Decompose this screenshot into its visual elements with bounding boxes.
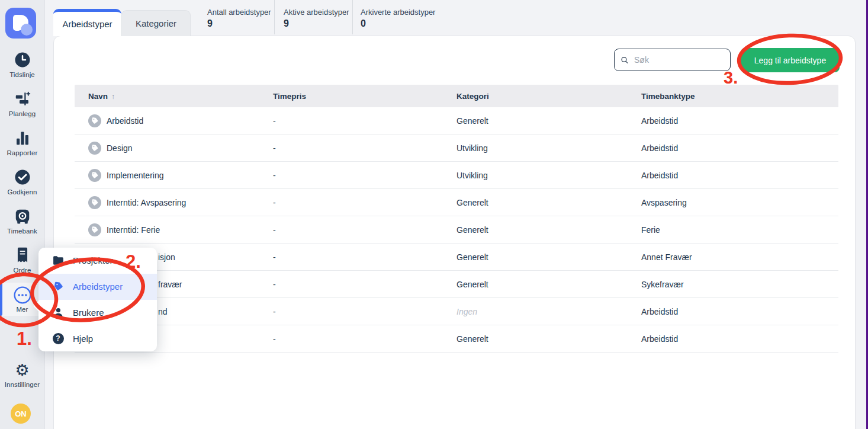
user-avatar[interactable]: ON xyxy=(11,404,31,424)
table-row-hidden[interactable]: - Generelt Arbeidstid xyxy=(75,325,838,353)
table-row-design[interactable]: Design - Utvikling Arbeidstid xyxy=(75,135,838,162)
sidebar-item-rapporter[interactable]: Rapporter xyxy=(0,129,44,156)
cell-kategori: Ingen xyxy=(456,307,641,316)
cell-kategori: Generelt xyxy=(456,334,641,344)
cell-timepris: - xyxy=(273,252,456,262)
app-logo[interactable] xyxy=(5,8,36,39)
check-circle-icon xyxy=(0,168,44,187)
sidebar-item-ordre[interactable]: Ordre xyxy=(0,246,44,274)
cell-kategori: Generelt xyxy=(456,225,641,235)
search-box[interactable] xyxy=(614,49,731,71)
gantt-icon xyxy=(0,90,44,109)
table-row-implementering[interactable]: Implementering - Utvikling Arbeidstid xyxy=(75,162,838,189)
worktype-tag-icon xyxy=(88,169,101,182)
column-header-navn[interactable]: Navn↑ xyxy=(88,92,273,101)
table-row-interntid-ferie[interactable]: Interntid: Ferie - Generelt Ferie xyxy=(75,216,838,244)
sidebar-item-label: Planlegg xyxy=(0,110,44,117)
worktype-name: nd xyxy=(158,307,168,316)
app-logo-icon xyxy=(5,8,36,39)
search-icon xyxy=(621,55,629,65)
cell-navn: Interntid: Avspasering xyxy=(88,196,273,209)
cell-timebanktype: Ferie xyxy=(641,225,838,235)
cell-timebanktype: Annet Fravær xyxy=(641,252,838,262)
cell-timebanktype: Arbeidstid xyxy=(641,143,838,153)
sidebar-item-godkjenn[interactable]: Godkjenn xyxy=(0,168,44,196)
cell-timepris: - xyxy=(273,198,456,207)
cell-timebanktype: Avspasering xyxy=(641,198,838,207)
stat-value: 9 xyxy=(284,18,352,29)
tag-icon xyxy=(52,280,65,293)
cell-timebanktype: Sykefravær xyxy=(641,280,838,289)
worktype-name: Interntid: Ferie xyxy=(107,225,160,235)
sidebar: Tidslinje Planlegg Rapporter Godkjenn Ti… xyxy=(0,0,45,429)
tab-kategorier[interactable]: Kategorier xyxy=(121,10,191,36)
cell-timebanktype: Arbeidstid xyxy=(641,307,838,316)
sidebar-item-planlegg[interactable]: Planlegg xyxy=(0,90,44,117)
cell-kategori: Generelt xyxy=(456,198,641,207)
cell-timebanktype: Arbeidstid xyxy=(641,116,838,126)
menu-item-label: Arbeidstyper xyxy=(73,281,123,292)
table-row-isjon[interactable]: isjon - Generelt Annet Fravær xyxy=(75,244,838,271)
sidebar-item-label: Timebank xyxy=(0,228,44,235)
menu-item-label: Brukere xyxy=(73,308,104,318)
stat-value: 9 xyxy=(207,18,274,29)
sidebar-item-label: Tidslinje xyxy=(0,71,44,78)
menu-item-label: Hjelp xyxy=(73,334,93,344)
sidebar-item-tidslinje[interactable]: Tidslinje xyxy=(0,51,44,78)
worktype-name: Arbeidstid xyxy=(107,116,143,126)
table-body: Arbeidstid - Generelt Arbeidstid Design … xyxy=(75,107,838,353)
menu-item-prosjekter[interactable]: Prosjekter xyxy=(38,248,157,274)
cell-navn: Arbeidstid xyxy=(88,114,273,127)
worktype-name: Implementering xyxy=(107,171,164,180)
stat-value: 0 xyxy=(361,18,453,29)
stat-label: Antall arbeidstyper xyxy=(207,8,274,17)
table-row-arbeidstid[interactable]: Arbeidstid - Generelt Arbeidstid xyxy=(75,107,838,135)
search-input[interactable] xyxy=(633,55,724,65)
menu-item-brukere[interactable]: Brukere xyxy=(38,300,157,326)
cell-timepris: - xyxy=(273,225,456,235)
receipt-icon xyxy=(0,246,44,265)
sidebar-item-label: Rapporter xyxy=(0,149,44,156)
worktype-name: Interntid: Avspasering xyxy=(107,198,186,207)
table-row-nd[interactable]: nd - Ingen Arbeidstid xyxy=(75,298,838,325)
stat-arkiverte-arbeidstyper: Arkiverte arbeidstyper 0 xyxy=(352,0,453,34)
sidebar-item-innstillinger[interactable]: ⚙ Innstillinger xyxy=(0,361,44,388)
cell-kategori: Generelt xyxy=(456,280,641,289)
worktype-tag-icon xyxy=(88,142,101,155)
cell-kategori: Generelt xyxy=(456,116,641,126)
worktype-name: isjon xyxy=(158,252,175,262)
help-icon: ? xyxy=(52,332,65,345)
table-row-frav-r[interactable]: fravær - Generelt Sykefravær xyxy=(75,271,838,298)
cell-timebanktype: Arbeidstid xyxy=(641,171,838,180)
cell-kategori: Generelt xyxy=(456,252,641,262)
worktype-name: fravær xyxy=(158,280,182,289)
table-header-row: Navn↑TimeprisKategoriTimebanktype xyxy=(75,85,838,107)
safe-icon xyxy=(0,207,44,226)
cell-timepris: - xyxy=(273,307,456,316)
popup-menu-list: Prosjekter Arbeidstyper Brukere? Hjelp xyxy=(38,248,157,351)
stat-aktive-arbeidstyper: Aktive arbeidstyper 9 xyxy=(274,0,352,34)
cell-kategori: Utvikling xyxy=(456,171,641,180)
cell-timepris: - xyxy=(273,171,456,180)
worktype-tag-icon xyxy=(88,196,101,209)
sidebar-item-timebank[interactable]: Timebank xyxy=(0,207,44,235)
stat-antall-arbeidstyper: Antall arbeidstyper 9 xyxy=(207,0,274,34)
cell-timepris: - xyxy=(273,116,456,126)
column-header-kategori[interactable]: Kategori xyxy=(456,92,641,101)
add-worktype-button[interactable]: Legg til arbeidstype xyxy=(741,48,840,72)
cell-navn: Implementering xyxy=(88,169,273,182)
menu-item-arbeidstyper[interactable]: Arbeidstyper xyxy=(38,274,157,300)
cell-timepris: - xyxy=(273,280,456,289)
table-row-interntid-avspasering[interactable]: Interntid: Avspasering - Generelt Avspas… xyxy=(75,189,838,216)
worktype-name: Design xyxy=(107,143,133,153)
app-window: Arbeidstyper i Demomiljø ? Se arkiverte … xyxy=(0,0,868,429)
worktype-tag-icon xyxy=(88,223,101,236)
tab-arbeidstyper[interactable]: Arbeidstyper xyxy=(53,9,121,36)
sort-ascending-icon: ↑ xyxy=(111,92,115,101)
cell-navn: Interntid: Ferie xyxy=(88,223,273,236)
clock-icon xyxy=(0,51,44,70)
column-header-timepris[interactable]: Timepris xyxy=(273,92,456,101)
menu-item-hjelp[interactable]: ? Hjelp xyxy=(38,325,157,351)
column-header-timebanktype[interactable]: Timebanktype xyxy=(641,92,838,101)
gear-icon: ⚙ xyxy=(0,361,44,380)
